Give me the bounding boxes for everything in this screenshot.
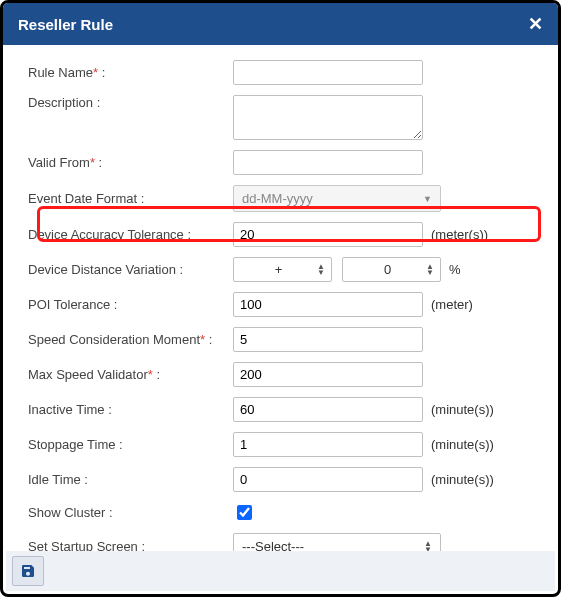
cluster-checkbox[interactable] — [237, 505, 252, 520]
save-button[interactable] — [12, 556, 44, 586]
label-max-speed: Max Speed Validator* : — [28, 367, 233, 382]
row-max-speed: Max Speed Validator* : — [28, 362, 533, 387]
chevron-down-icon: ▼ — [423, 194, 432, 204]
label-stoppage: Stoppage Time : — [28, 437, 233, 452]
label-accuracy: Device Accuracy Tolerance : — [28, 227, 233, 242]
valid-from-input[interactable] — [233, 150, 423, 175]
row-accuracy: Device Accuracy Tolerance : (meter(s)) — [28, 222, 533, 247]
row-inactive: Inactive Time : (minute(s)) — [28, 397, 533, 422]
row-rule-name: Rule Name* : — [28, 60, 533, 85]
stepper-arrows-icon: ▲▼ — [317, 264, 325, 276]
row-valid-from: Valid From* : — [28, 150, 533, 175]
label-distance: Device Distance Variation : — [28, 262, 233, 277]
form-body: Rule Name* : Description : Valid From* :… — [3, 45, 558, 585]
label-description: Description : — [28, 95, 233, 110]
label-idle: Idle Time : — [28, 472, 233, 487]
rule-name-input[interactable] — [233, 60, 423, 85]
description-input[interactable] — [233, 95, 423, 140]
row-stoppage: Stoppage Time : (minute(s)) — [28, 432, 533, 457]
idle-input[interactable] — [233, 467, 423, 492]
row-speed-moment: Speed Consideration Moment* : — [28, 327, 533, 352]
accuracy-unit: (meter(s)) — [431, 227, 488, 242]
date-format-select[interactable]: dd-MM-yyyy ▼ — [233, 185, 441, 212]
label-cluster: Show Cluster : — [28, 505, 233, 520]
row-description: Description : — [28, 95, 533, 140]
dialog-header: Reseller Rule ✕ — [3, 3, 558, 45]
idle-unit: (minute(s)) — [431, 472, 494, 487]
row-idle: Idle Time : (minute(s)) — [28, 467, 533, 492]
stoppage-input[interactable] — [233, 432, 423, 457]
close-icon[interactable]: ✕ — [528, 13, 543, 35]
row-poi: POI Tolerance : (meter) — [28, 292, 533, 317]
row-date-format: Event Date Format : dd-MM-yyyy ▼ — [28, 185, 533, 212]
label-valid-from: Valid From* : — [28, 155, 233, 170]
label-inactive: Inactive Time : — [28, 402, 233, 417]
label-rule-name: Rule Name* : — [28, 65, 233, 80]
distance-value-stepper[interactable]: 0 ▲▼ — [342, 257, 441, 282]
max-speed-input[interactable] — [233, 362, 423, 387]
stoppage-unit: (minute(s)) — [431, 437, 494, 452]
save-icon — [20, 563, 36, 579]
label-poi: POI Tolerance : — [28, 297, 233, 312]
row-distance: Device Distance Variation : + ▲▼ 0 ▲▼ % — [28, 257, 533, 282]
stepper-arrows-icon: ▲▼ — [426, 264, 434, 276]
dialog-title: Reseller Rule — [18, 16, 113, 33]
label-date-format: Event Date Format : — [28, 191, 233, 206]
speed-moment-input[interactable] — [233, 327, 423, 352]
poi-input[interactable] — [233, 292, 423, 317]
accuracy-input[interactable] — [233, 222, 423, 247]
inactive-unit: (minute(s)) — [431, 402, 494, 417]
action-bar — [6, 551, 555, 591]
inactive-input[interactable] — [233, 397, 423, 422]
poi-unit: (meter) — [431, 297, 473, 312]
row-cluster: Show Cluster : — [28, 502, 533, 523]
distance-sign-stepper[interactable]: + ▲▼ — [233, 257, 332, 282]
label-speed-moment: Speed Consideration Moment* : — [28, 332, 233, 347]
distance-unit: % — [449, 262, 461, 277]
